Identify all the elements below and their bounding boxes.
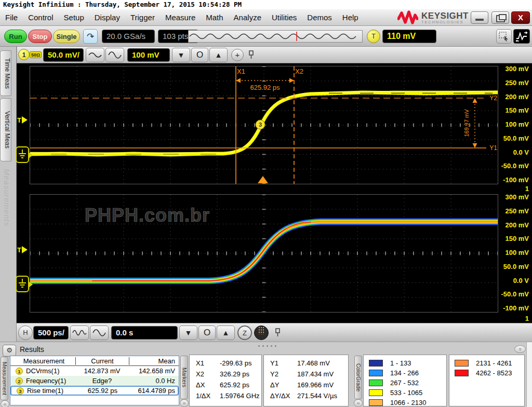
run-button[interactable]: Run [4, 30, 27, 43]
dock-scrollbar-track[interactable] [526, 342, 532, 407]
y2-label: Y2 [270, 370, 297, 381]
horizontal-position-display[interactable]: 0.0 s [111, 326, 178, 340]
dotted-columns-icon [257, 326, 266, 335]
table-row-frequency[interactable]: 2Frequency(1) Edge? 0.0 Hz [10, 376, 179, 386]
timebase-zoom-out-button[interactable] [70, 325, 89, 340]
meas-current: 625.92 ps [76, 387, 129, 395]
trigger-letter: T [17, 246, 21, 254]
legend-item: 4262 - 8523 [455, 368, 524, 378]
menu-demos[interactable]: Demos [302, 9, 337, 25]
x1-value: -299.63 ps [220, 359, 251, 370]
restore-button[interactable] [491, 11, 509, 24]
marker-x1-label: X1 [237, 67, 245, 75]
left-sidebar: Time Meas Vertical Meas Measurements [0, 47, 17, 342]
grid-top[interactable]: Y2 Y1 169.97 mV X1 X2 625.92 ps 3 [30, 66, 498, 184]
legend-item: 1066 - 2130 [369, 398, 446, 407]
legend-item: 533 - 1065 [369, 388, 446, 398]
legend-range: 4262 - 8523 [476, 369, 512, 377]
dy-value: 169.966 mV [297, 381, 334, 392]
menu-display[interactable]: Display [89, 9, 125, 25]
legend-range: 134 - 266 [390, 369, 419, 377]
collapse-left-chevron[interactable]: « [1, 400, 9, 407]
offset-up-button[interactable]: ▲ [209, 48, 228, 62]
collapse-dock-chevron[interactable]: » [514, 345, 526, 353]
legend-swatch [369, 379, 383, 386]
results-panel-title: Results [20, 345, 44, 354]
channel-ground-marker-bottom[interactable] [16, 276, 29, 292]
position-left-button[interactable]: ▼ [179, 325, 197, 340]
acquisition-preview-strip[interactable] [188, 30, 363, 43]
axis-label: -50.0 mV [493, 290, 529, 298]
keysight-wave-icon [397, 10, 418, 25]
offset-down-button[interactable]: ▼ [172, 48, 190, 62]
position-zero-button[interactable]: O [198, 325, 216, 340]
meas-mean: 142.658 mV [129, 367, 178, 375]
brand-sub: TECHNOLOGIES [421, 20, 469, 24]
timebase-scale-display[interactable]: 500 ps/ [33, 326, 69, 340]
touch-mode-button[interactable]: ↷ [83, 29, 98, 44]
measurements-watermark: Measurements [3, 169, 11, 226]
tab-markers[interactable]: Markers [180, 356, 188, 399]
meas-mean: 614.4789 ps [129, 387, 178, 395]
horizontal-menu-button[interactable]: H [18, 325, 33, 340]
position-right-button[interactable]: ▲ [217, 325, 235, 340]
meas-name: DCVrms(1) [26, 367, 60, 375]
channel-ground-marker-top[interactable] [16, 146, 29, 163]
menu-file[interactable]: File [0, 9, 23, 25]
legend-swatch [369, 389, 383, 396]
horizontal-toolbar: H 500 ps/ 0.0 s ▼ O ▲ Z [17, 323, 532, 342]
menu-measure[interactable]: Measure [160, 9, 201, 25]
stop-button[interactable]: Stop [28, 30, 52, 43]
trigger-badge[interactable]: T [367, 30, 380, 43]
tab-colorgrade[interactable]: ColorGrade [354, 356, 362, 399]
grid-bottom[interactable]: PHPH.com.br [30, 194, 498, 313]
trigger-level-display[interactable]: 110 mV [382, 30, 436, 43]
channel-toolbar: 1 50Ω 50.0 mV/ 100 mV ▼ O ▲ + [17, 47, 532, 63]
offset-zero-button[interactable]: O [191, 48, 208, 62]
dx-value: 625.92 ps [220, 381, 249, 392]
menu-math[interactable]: Math [201, 9, 228, 25]
trigger-time-marker[interactable] [258, 176, 268, 183]
zoom-window-button[interactable]: Z [237, 325, 252, 340]
region-select-button[interactable] [496, 29, 512, 44]
restore-icon-back [499, 14, 507, 20]
waveform-display-area: Y2 Y1 169.97 mV X1 X2 625.92 ps 3 [17, 63, 532, 323]
legend-range: 1066 - 2130 [390, 399, 426, 406]
table-row-dcvrms[interactable]: 1DCVrms(1) 142.873 mV 142.658 mV [10, 366, 179, 376]
trigger-level-marker-bottom[interactable]: T [17, 246, 28, 254]
segmented-memory-button[interactable] [254, 325, 269, 340]
expand-markers-chevron[interactable]: » [180, 399, 189, 407]
waveform-zoom-button[interactable] [513, 29, 530, 44]
scale-coarse-button[interactable] [86, 48, 104, 62]
close-button[interactable]: X [511, 11, 530, 24]
tab-vertical-meas[interactable]: Vertical Meas [0, 98, 11, 161]
channel-number-label: 1 [493, 315, 529, 322]
dx-label: ΔX [196, 381, 220, 392]
trigger-level-marker-top[interactable]: T [17, 116, 28, 124]
pin-icon[interactable] [274, 328, 281, 339]
menu-setup[interactable]: Setup [59, 9, 89, 25]
single-button[interactable]: Single [53, 30, 80, 43]
acquisition-waveform-icon [189, 31, 362, 42]
add-channel-button[interactable]: + [231, 49, 244, 61]
menu-trigger[interactable]: Trigger [125, 9, 160, 25]
legend-range: 533 - 1065 [390, 389, 422, 397]
channel-1-badge[interactable]: 1 [18, 49, 30, 60]
vertical-scale-display[interactable]: 50.0 mV/ [43, 48, 84, 62]
tab-time-meas[interactable]: Time Meas [0, 50, 11, 96]
expand-colorgrade-chevron[interactable]: » [354, 399, 363, 407]
trigger-letter: T [17, 116, 21, 124]
menu-utilities[interactable]: Utilities [267, 9, 302, 25]
results-settings-button[interactable]: ⚙ [3, 345, 16, 357]
scale-fine-button[interactable] [105, 48, 124, 62]
minimize-button[interactable] [471, 11, 488, 24]
timebase-zoom-in-button[interactable] [90, 325, 109, 340]
menu-help[interactable]: Help [337, 9, 364, 25]
splitter-handle[interactable] [258, 345, 279, 348]
menu-analyze[interactable]: Analyze [229, 9, 267, 25]
vertical-offset-display[interactable]: 100 mV [127, 48, 170, 62]
pin-icon[interactable] [248, 50, 255, 61]
table-row-rise-time[interactable]: 3Rise time(1) 625.92 ps 614.4789 ps [10, 386, 179, 396]
tab-measurement[interactable]: Measurement [1, 357, 8, 400]
menu-control[interactable]: Control [23, 9, 58, 25]
